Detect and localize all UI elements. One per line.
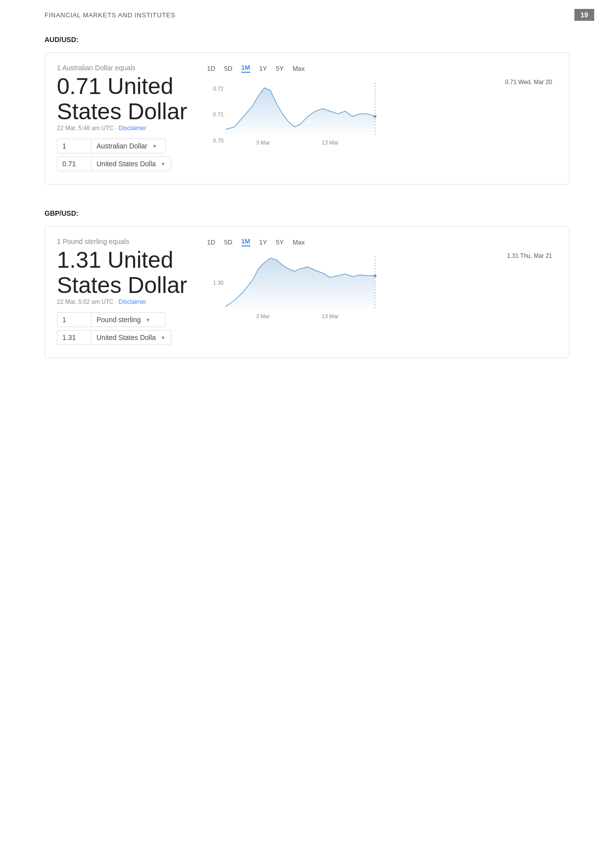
input-from-currency-gbp-usd[interactable]: Pound sterling ▼	[92, 312, 166, 327]
chart-tabs-aud-usd: 1D5D1M1Y5YMax	[207, 64, 557, 73]
input-to-value-gbp-usd[interactable]	[57, 330, 92, 345]
widget-subtitle-aud-usd: 1 Australian Dollar equals	[57, 64, 187, 72]
input-from-row-aud-usd: Australian Dollar ▼	[57, 139, 187, 153]
chart-tab-max-aud-usd[interactable]: Max	[292, 65, 305, 72]
widget-left-gbp-usd: 1 Pound sterling equals1.31 UnitedStates…	[57, 238, 187, 348]
chart-tab-1m-aud-usd[interactable]: 1M	[241, 64, 250, 73]
chart-tab-1m-gbp-usd[interactable]: 1M	[241, 238, 250, 246]
input-to-currency-aud-usd[interactable]: United States Dolla ▼	[92, 156, 171, 171]
chart-tab-5y-gbp-usd[interactable]: 5Y	[276, 239, 284, 246]
disclaimer-link-gbp-usd[interactable]: Disclaimer	[119, 298, 146, 305]
input-to-value-aud-usd[interactable]	[57, 156, 92, 171]
from-currency-arrow-gbp-usd: ▼	[146, 317, 151, 323]
widget-subtitle-gbp-usd: 1 Pound sterling equals	[57, 238, 187, 245]
chart-tab-1d-gbp-usd[interactable]: 1D	[207, 239, 215, 246]
svg-text:13 Mar: 13 Mar	[322, 313, 339, 319]
svg-text:0.72: 0.72	[213, 86, 224, 92]
svg-text:0.71: 0.71	[213, 111, 224, 117]
svg-point-1	[374, 115, 377, 118]
chart-tab-5y-aud-usd[interactable]: 5Y	[276, 65, 284, 72]
to-currency-arrow-aud-usd: ▼	[161, 161, 166, 167]
disclaimer-link-aud-usd[interactable]: Disclaimer	[119, 125, 146, 132]
widget-card-gbp-usd: 1 Pound sterling equals1.31 UnitedStates…	[45, 226, 569, 358]
chart-svg-aud-usd: 0.720.710.70 3 Mar13 Mar	[207, 78, 415, 147]
svg-text:3 Mar: 3 Mar	[256, 313, 270, 319]
widget-value-aud-usd: 0.71 UnitedStates Dollar	[57, 74, 187, 124]
widget-card-aud-usd: 1 Australian Dollar equals0.71 UnitedSta…	[45, 52, 569, 185]
input-from-currency-aud-usd[interactable]: Australian Dollar ▼	[92, 139, 166, 153]
page-title: FINANCIAL MARKETS AND INSTITUTES	[45, 11, 175, 19]
chart-tab-1y-gbp-usd[interactable]: 1Y	[259, 239, 267, 246]
chart-tab-1d-aud-usd[interactable]: 1D	[207, 65, 215, 72]
page-header: FINANCIAL MARKETS AND INSTITUTES 19	[0, 0, 614, 26]
chart-tooltip-aud-usd: 0.71 Wed, Mar 20	[505, 79, 552, 86]
chart-area-gbp-usd: 1D5D1M1Y5YMax 1.351.301.25 3 Mar13 Mar 1…	[207, 238, 557, 323]
input-to-row-aud-usd: United States Dolla ▼	[57, 156, 187, 171]
input-from-value-aud-usd[interactable]	[57, 139, 92, 153]
chart-wrapper-aud-usd: 0.720.710.70 3 Mar13 Mar 0.71 Wed, Mar 2…	[207, 78, 557, 149]
input-to-row-gbp-usd: United States Dolla ▼	[57, 330, 187, 345]
widget-value-gbp-usd: 1.31 UnitedStates Dollar	[57, 247, 187, 297]
chart-tabs-gbp-usd: 1D5D1M1Y5YMax	[207, 238, 557, 246]
chart-tab-max-gbp-usd[interactable]: Max	[292, 239, 305, 246]
input-to-currency-gbp-usd[interactable]: United States Dolla ▼	[92, 330, 171, 345]
chart-wrapper-gbp-usd: 1.351.301.25 3 Mar13 Mar 1.31 Thu, Mar 2…	[207, 251, 557, 323]
svg-text:1.30: 1.30	[213, 280, 224, 286]
chart-area-aud-usd: 1D5D1M1Y5YMax 0.720.710.70 3 Mar13 Mar 0…	[207, 64, 557, 149]
svg-text:13 Mar: 13 Mar	[322, 140, 339, 145]
svg-text:3 Mar: 3 Mar	[256, 140, 270, 145]
svg-point-8	[374, 274, 377, 277]
section-label-gbp-usd: GBP/USD:	[45, 209, 569, 217]
chart-tab-5d-gbp-usd[interactable]: 5D	[224, 239, 233, 246]
chart-svg-gbp-usd: 1.351.301.25 3 Mar13 Mar	[207, 251, 415, 321]
chart-tooltip-gbp-usd: 1.31 Thu, Mar 21	[507, 252, 552, 259]
widget-left-aud-usd: 1 Australian Dollar equals0.71 UnitedSta…	[57, 64, 187, 174]
chart-tab-1y-aud-usd[interactable]: 1Y	[259, 65, 267, 72]
widget-inputs-gbp-usd: Pound sterling ▼ United States Dolla ▼	[57, 312, 187, 345]
widget-inputs-aud-usd: Australian Dollar ▼ United States Dolla …	[57, 139, 187, 171]
content-area: AUD/USD:1 Australian Dollar equals0.71 U…	[0, 26, 614, 403]
from-currency-arrow-aud-usd: ▼	[152, 144, 157, 149]
widget-timestamp-aud-usd: 22 Mar, 5:48 am UTC · Disclaimer	[57, 125, 187, 132]
to-currency-arrow-gbp-usd: ▼	[161, 335, 166, 340]
page-number: 19	[574, 9, 594, 21]
widget-timestamp-gbp-usd: 22 Mar, 5:52 am UTC · Disclaimer	[57, 298, 187, 305]
svg-text:0.70: 0.70	[213, 138, 224, 144]
chart-tab-5d-aud-usd[interactable]: 5D	[224, 65, 233, 72]
input-from-value-gbp-usd[interactable]	[57, 312, 92, 327]
section-label-aud-usd: AUD/USD:	[45, 36, 569, 44]
input-from-row-gbp-usd: Pound sterling ▼	[57, 312, 187, 327]
